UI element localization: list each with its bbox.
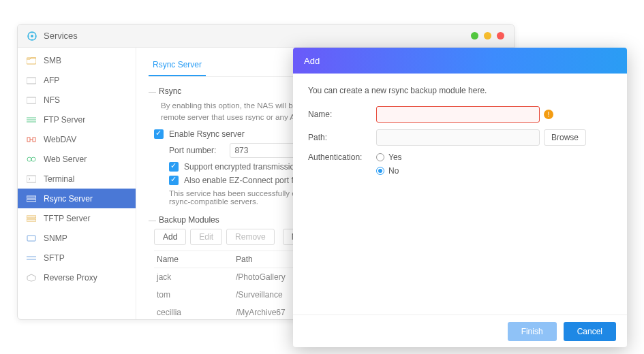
- sidebar-item-snmp[interactable]: SNMP: [18, 228, 136, 248]
- sidebar-item-label: SFTP: [44, 253, 65, 263]
- folder-icon: [26, 56, 37, 65]
- sidebar-item-label: AFP: [44, 76, 59, 85]
- sidebar-item-smb[interactable]: SMB: [18, 50, 136, 70]
- terminal-icon: [26, 174, 37, 184]
- proxy-icon: [26, 273, 37, 283]
- svg-rect-6: [27, 58, 36, 64]
- sidebar: SMB AFP NFS FTP Server WebDAV Web Server…: [18, 48, 136, 319]
- name-label: Name:: [308, 110, 376, 119]
- remove-button[interactable]: Remove: [226, 229, 275, 245]
- sidebar-item-webserver[interactable]: Web Server: [18, 149, 136, 169]
- tab-rsync-server[interactable]: Rsync Server: [149, 56, 206, 76]
- window-title: Services: [44, 31, 78, 41]
- dialog-intro: You can create a new rsync backup module…: [308, 86, 612, 95]
- path-label: Path:: [308, 133, 376, 142]
- svg-point-16: [31, 157, 35, 161]
- checkbox-checked-icon: [154, 129, 164, 139]
- sidebar-item-proxy[interactable]: Reverse Proxy: [18, 268, 136, 287]
- close-dot[interactable]: [497, 32, 504, 39]
- svg-rect-22: [27, 236, 35, 241]
- svg-rect-8: [27, 97, 36, 103]
- maximize-dot[interactable]: [484, 32, 491, 39]
- add-module-dialog: Add You can create a new rsync backup mo…: [293, 48, 627, 347]
- minimize-dot[interactable]: [471, 32, 478, 39]
- port-value: 873: [234, 146, 248, 155]
- name-input[interactable]: [376, 106, 540, 123]
- svg-rect-17: [27, 176, 36, 182]
- snmp-icon: [26, 234, 37, 243]
- webdav-icon: [26, 135, 37, 144]
- enable-rsync-label: Enable Rsync server: [169, 129, 245, 139]
- path-input[interactable]: [376, 129, 540, 146]
- sidebar-item-sftp[interactable]: SFTP: [18, 248, 136, 268]
- sidebar-item-label: Reverse Proxy: [44, 273, 97, 283]
- auth-label: Authentication:: [308, 152, 376, 162]
- sidebar-item-tftp[interactable]: TFTP Server: [18, 208, 136, 228]
- tftp-icon: [26, 214, 37, 223]
- window-controls: [471, 32, 504, 39]
- sidebar-item-label: NFS: [44, 95, 60, 105]
- svg-rect-12: [27, 138, 30, 142]
- sidebar-item-label: WebDAV: [44, 135, 76, 144]
- titlebar: Services: [18, 25, 514, 48]
- finish-button[interactable]: Finish: [508, 322, 557, 341]
- sidebar-item-label: TFTP Server: [44, 214, 90, 223]
- svg-rect-20: [27, 216, 36, 218]
- sidebar-item-label: SMB: [44, 56, 61, 65]
- rsync-icon: [26, 194, 37, 204]
- svg-rect-21: [27, 219, 36, 221]
- port-label: Port number:: [169, 146, 216, 155]
- ftp-icon: [26, 115, 37, 125]
- svg-rect-19: [27, 199, 36, 202]
- dialog-title: Add: [293, 48, 627, 74]
- browse-button[interactable]: Browse: [544, 129, 586, 146]
- svg-rect-13: [33, 138, 35, 142]
- app-icon: [26, 30, 38, 42]
- sidebar-item-nfs[interactable]: NFS: [18, 90, 136, 110]
- sidebar-item-label: Terminal: [44, 174, 74, 184]
- sidebar-item-label: Rsync Server: [44, 194, 93, 204]
- checkbox-checked-icon: [169, 176, 179, 185]
- auth-yes-radio[interactable]: Yes: [376, 152, 402, 162]
- checkbox-checked-icon: [169, 162, 179, 172]
- cancel-button[interactable]: Cancel: [564, 322, 616, 341]
- error-icon: !: [544, 110, 553, 119]
- sidebar-item-label: FTP Server: [44, 115, 85, 125]
- sidebar-item-label: SNMP: [44, 234, 67, 243]
- svg-rect-18: [27, 196, 36, 198]
- sidebar-item-rsync[interactable]: Rsync Server: [18, 189, 136, 208]
- sidebar-item-label: Web Server: [44, 155, 87, 164]
- sidebar-item-terminal[interactable]: Terminal: [18, 169, 136, 189]
- svg-point-1: [31, 35, 33, 37]
- col-name: Name: [154, 255, 236, 264]
- svg-rect-7: [27, 78, 36, 84]
- radio-checked-icon: [376, 167, 384, 175]
- radio-icon: [376, 153, 384, 161]
- edit-button[interactable]: Edit: [190, 229, 222, 245]
- sidebar-item-ftp[interactable]: FTP Server: [18, 110, 136, 129]
- sidebar-item-webdav[interactable]: WebDAV: [18, 129, 136, 149]
- svg-point-15: [27, 157, 31, 161]
- folder-icon: [26, 95, 37, 105]
- sidebar-item-afp[interactable]: AFP: [18, 70, 136, 90]
- sftp-icon: [26, 253, 37, 263]
- add-button[interactable]: Add: [154, 229, 186, 245]
- auth-no-radio[interactable]: No: [376, 166, 402, 176]
- webserver-icon: [26, 155, 37, 164]
- folder-icon: [26, 76, 37, 85]
